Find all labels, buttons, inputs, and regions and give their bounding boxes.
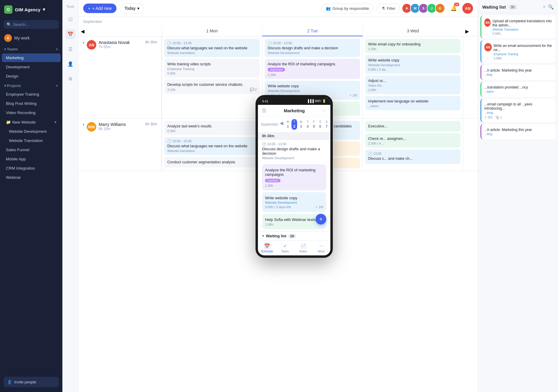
wl-card[interactable]: ...h article: Marketing this year ...iti… (480, 124, 556, 139)
wl-card[interactable]: AN Write an email announcement for the n… (480, 40, 556, 63)
sidebar-item-website-development[interactable]: Website Development (2, 127, 61, 136)
task-card[interactable]: Adjust sc... Video Re... 1:00h (365, 75, 461, 94)
sidebar-item-video-recording[interactable]: Video Recording (2, 108, 61, 117)
mobile-nav-more[interactable]: ··· More (312, 243, 330, 253)
task-card[interactable]: Write email copy for onboarding 1:30h (365, 39, 461, 53)
nav-next-week[interactable]: ▶ (330, 119, 333, 130)
mobile-schedule-icon: 📅 (264, 243, 270, 249)
mobile-fab-button[interactable]: + (316, 214, 326, 225)
wl-card-time: 1:00h (494, 56, 553, 60)
tool-person-icon[interactable]: 👤 (65, 59, 75, 69)
week-day-thu[interactable]: T4 (305, 119, 310, 130)
notification-badge: 10 (454, 3, 459, 6)
mobile-task-copy[interactable]: Write website copy Website Development 3… (262, 192, 326, 212)
invite-people-button[interactable]: 👤 Invite people (4, 377, 59, 387)
mobile-task-title: Discuss design drafts and make a decisio… (262, 147, 326, 156)
sidebar-item-design[interactable]: Design (2, 72, 61, 80)
mobile-wl-collapse[interactable]: ▾ (262, 234, 264, 238)
search-wl-icon[interactable]: 🔍 (548, 4, 554, 10)
day-header-mon: 1 Mon (162, 26, 262, 36)
projects-add-button[interactable]: + (56, 83, 58, 88)
mobile-nav-schedule[interactable]: 📅 Schedule (258, 243, 276, 253)
notifications-button[interactable]: 🔔 10 (449, 3, 459, 13)
task-card[interactable]: Write training video scripts Employee Tr… (164, 59, 260, 78)
task-card[interactable]: Implement new language on website ...lat… (365, 96, 461, 110)
nav-prev-week[interactable]: ◀ (278, 119, 284, 130)
mobile-nav-notes[interactable]: 📄 Notes (294, 243, 312, 253)
group-by-button[interactable]: 👥 Group by responsible (321, 4, 374, 13)
sidebar-item-crm-integration[interactable]: CRM Integration (2, 164, 61, 173)
task-card[interactable]: Write website copy Website Development 5… (365, 55, 461, 74)
nav-prev[interactable]: ◀ (78, 26, 162, 36)
sidebar-item-webinar[interactable]: Webinar (2, 173, 61, 182)
mobile-nav-schedule-label: Schedule (261, 250, 273, 253)
mobile-waiting-list[interactable]: ▾ Waiting list 10 (258, 231, 330, 241)
task-card[interactable]: 🕐 13:00 Discuss c... and make ch... (365, 149, 461, 164)
task-subtitle: Website translation (167, 149, 257, 153)
day-header-tue: 2 Tue (262, 26, 362, 36)
sidebar-item-sales-funnel[interactable]: Sales Funnel (2, 146, 61, 154)
week-day-mon[interactable]: M1 (285, 119, 291, 130)
current-user-avatar[interactable]: AN (462, 3, 473, 14)
collapse-icon-marry[interactable]: ▾ (83, 123, 84, 127)
wl-avatar: AN (484, 18, 491, 27)
sidebar-item-website-translation[interactable]: Website Translation (2, 136, 61, 145)
person-name-marry: Marry Williams (99, 122, 126, 127)
task-card[interactable]: 🕐 10:00 - 10:45 Discuss what languages w… (164, 39, 260, 57)
task-card[interactable]: Analyze the ROI of marketing campaigns i… (265, 59, 360, 79)
sidebar-item-employee-training[interactable]: Employee Training (2, 90, 61, 99)
task-card[interactable]: Check re... assigmen... 2:30h | 4... (365, 133, 461, 148)
week-day-fri[interactable]: F5 (311, 119, 317, 130)
task-card[interactable]: Executive... (365, 121, 461, 132)
week-day-sun[interactable]: S7 (324, 119, 329, 130)
collapse-icon-anastasia[interactable]: ▾ (83, 41, 84, 45)
filter-button[interactable]: ⚗ Filter (377, 4, 400, 13)
search-box[interactable]: 🔍 Search... (4, 20, 59, 29)
week-day-sat[interactable]: S6 (317, 119, 323, 130)
task-card[interactable]: Analyze last week's results 0:30h (164, 121, 260, 135)
week-day-tue[interactable]: T2 (291, 119, 297, 130)
tool-settings-icon[interactable]: ⚙ (65, 74, 75, 84)
tool-list-icon[interactable]: ☰ (65, 44, 75, 54)
wl-card[interactable]: ...email campaign to all ...yees introdu… (480, 99, 556, 122)
empty-col (463, 37, 478, 118)
sidebar-item-marketing[interactable]: Marketing (2, 53, 61, 62)
task-title: Implement new language on website (368, 99, 458, 103)
task-card[interactable]: 🕐 10:00 - 10:45 Discuss what languages w… (164, 137, 260, 155)
nav-next[interactable]: ▶ (463, 26, 478, 36)
task-title: Write email copy for onboarding (368, 42, 458, 46)
sidebar-item-development[interactable]: Development (2, 63, 61, 71)
add-new-button[interactable]: + + Add new (83, 4, 116, 13)
wl-card[interactable]: AN Upload all completed translations int… (480, 15, 556, 38)
mobile-task-analyze[interactable]: Analyze the ROI of marketing campaigns i… (262, 164, 326, 190)
mobile-more-icon[interactable]: ··· (322, 108, 326, 113)
week-day-wed[interactable]: W3 (298, 119, 304, 130)
avatar-user-5[interactable]: K (435, 3, 445, 13)
mobile-task-design[interactable]: 🕐 10:00 - 13:00 Discuss design drafts an… (258, 140, 330, 162)
tool-check-icon[interactable]: ☑ (65, 14, 75, 24)
task-card[interactable]: 🕐 10:00 - 13:00 Discuss design drafts an… (265, 39, 360, 57)
teams-add-button[interactable]: + (56, 47, 58, 52)
group-icon: 👥 (326, 6, 331, 11)
sidebar-item-mobile-app[interactable]: Mobile App (2, 155, 61, 163)
wl-card[interactable]: ...h article: Marketing this year ...iti… (480, 65, 556, 80)
company-name: GIM Agency (15, 7, 40, 12)
days-header: ◀ 1 Mon 2 Tue 3 Wed ▶ (78, 26, 478, 37)
task-card[interactable]: Develop scripts for customer service cha… (164, 79, 260, 94)
wl-card[interactable]: ...translation provided ...ncy ...lation (480, 82, 556, 97)
today-button[interactable]: Today ▾ (120, 3, 144, 13)
sidebar-item-new-website[interactable]: 📁 New Website ▾ (2, 118, 61, 127)
mobile-task-meta: 3:00h | 3 days left✓ 2/6 (265, 205, 323, 209)
wl-card-tag: Employee Training (494, 53, 553, 56)
invite-icon: 👤 (7, 380, 12, 384)
mobile-nav-tasks[interactable]: ✓ Tasks (276, 243, 294, 253)
task-subtitle: Website Development (368, 63, 458, 67)
mobile-menu-icon[interactable]: ☰ (262, 108, 266, 113)
tool-calendar-icon[interactable]: 📅 (65, 29, 75, 39)
my-work-item[interactable]: A My work (0, 32, 62, 44)
task-card[interactable]: Conduct customer segmentation analysis (164, 157, 260, 167)
mobile-bottom-nav: 📅 Schedule ✓ Tasks 📄 Notes ··· More (258, 241, 330, 255)
sidebar-item-blog-post-writing[interactable]: Blog Post Writing (2, 99, 61, 108)
add-wl-icon[interactable]: + (543, 4, 546, 10)
sidebar-logo[interactable]: G GIM Agency ▾ (0, 0, 62, 19)
